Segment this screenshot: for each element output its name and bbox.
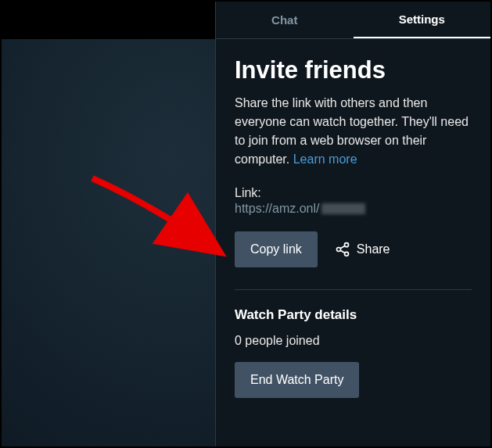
svg-point-2 xyxy=(344,252,348,256)
share-label: Share xyxy=(357,242,390,256)
settings-content: Invite friends Share the link with other… xyxy=(216,39,490,415)
svg-point-1 xyxy=(336,248,340,252)
end-watch-party-button[interactable]: End Watch Party xyxy=(235,362,359,398)
tab-settings[interactable]: Settings xyxy=(354,2,491,38)
invite-description: Share the link with others and then ever… xyxy=(235,94,472,169)
svg-line-3 xyxy=(340,246,345,248)
page-title: Invite friends xyxy=(235,56,472,84)
share-icon xyxy=(335,242,350,257)
divider xyxy=(235,289,472,290)
people-joined-count: 0 people joined xyxy=(235,334,472,348)
link-url-text: https://amz.onl/ xyxy=(235,202,320,216)
link-label: Link: xyxy=(235,186,472,200)
learn-more-link[interactable]: Learn more xyxy=(293,152,357,166)
link-value: https://amz.onl/ xyxy=(235,202,472,216)
video-content xyxy=(2,39,215,446)
svg-line-4 xyxy=(340,250,345,253)
share-button[interactable]: Share xyxy=(335,242,390,257)
video-playback-area xyxy=(2,2,215,446)
svg-point-0 xyxy=(344,243,348,247)
video-top-bar xyxy=(2,2,215,39)
copy-link-button[interactable]: Copy link xyxy=(235,231,318,267)
link-obscured-part xyxy=(321,203,365,214)
link-actions: Copy link Share xyxy=(235,231,472,267)
tab-bar: Chat Settings xyxy=(216,2,490,39)
watch-party-details-heading: Watch Party details xyxy=(235,307,472,323)
settings-sidebar: Chat Settings Invite friends Share the l… xyxy=(215,2,490,446)
tab-chat[interactable]: Chat xyxy=(216,2,354,38)
